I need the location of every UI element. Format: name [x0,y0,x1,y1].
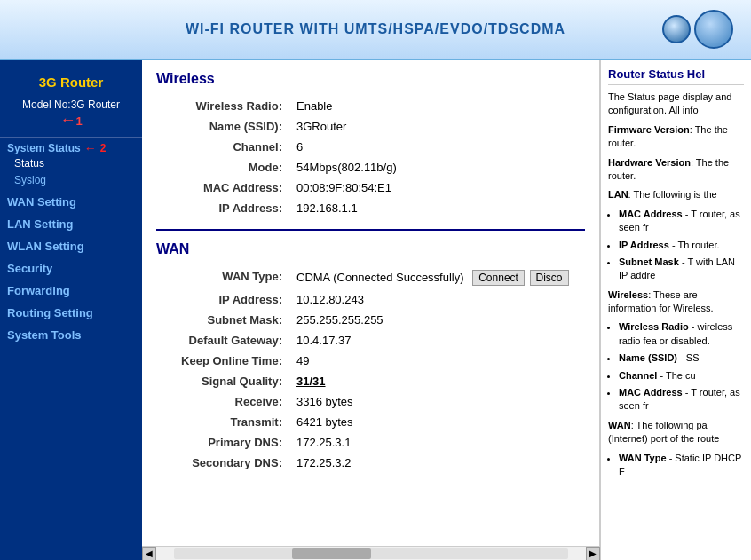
table-row: Receive: 3316 bytes [156,391,585,412]
scroll-right-button[interactable]: ▶ [586,547,600,561]
sidebar-item-wlan-setting[interactable]: WLAN Setting [0,235,142,257]
section-divider [156,229,585,231]
wan-section-title: WAN [156,241,585,257]
help-wan: WAN: The following pa (Internet) port of… [608,419,744,446]
wireless-ip-label: IP Address: [156,198,289,218]
help-panel: Router Status Hel The Status page displa… [600,60,751,560]
sidebar-item-wan-setting[interactable]: WAN Setting [0,191,142,213]
scroll-left-button[interactable]: ◀ [142,547,156,561]
help-wan-bold: WAN [608,420,631,430]
wan-subnet-label: Subnet Mask: [156,310,289,330]
sidebar-item-system-tools[interactable]: System Tools [0,324,142,346]
sidebar-system-status-header[interactable]: System Status ←2 [7,141,135,155]
scrollbar-thumb[interactable] [292,548,371,559]
top-header: WI-FI ROUTER WITH UMTS/HSPA/EVDO/TDSCDMA [0,0,751,60]
table-row: IP Address: 10.12.80.243 [156,289,585,310]
help-lan-bold: LAN [608,189,628,200]
table-row: MAC Address: 00:08:9F:80:54:E1 [156,177,585,198]
wan-transmit-value: 6421 bytes [289,412,585,432]
wan-ip-value: 10.12.80.243 [289,289,585,310]
sidebar: 3G Router Model No:3G Router ←1 System S… [0,60,142,560]
table-row: Keep Online Time: 49 [156,351,585,371]
wireless-ssid-value: 3GRouter [289,116,585,137]
help-hardware: Hardware Version: The the router. [608,156,744,184]
wan-type-cell: CDMA (Connected Successfully) Connect Di… [289,266,585,289]
wireless-table: Wireless Radio: Enable Name (SSID): 3GRo… [156,96,585,218]
wan-signal-value: 31/31 [289,371,585,391]
table-row: Subnet Mask: 255.255.255.255 [156,310,585,330]
sidebar-item-security[interactable]: Security [0,257,142,280]
sidebar-sub-status[interactable]: Status [7,155,135,172]
sidebar-system-status-section: System Status ←2 Status Syslog [0,138,142,191]
help-wireless-list: Wireless Radio - wireless radio fea or d… [608,320,744,413]
wireless-mac-label: MAC Address: [156,177,289,198]
help-firmware: Firmware Version: The the router. [608,123,744,151]
wan-sdns-label: Secondary DNS: [156,453,289,473]
wireless-channel-value: 6 [289,137,585,157]
header-title: WI-FI ROUTER WITH UMTS/HSPA/EVDO/TDSCDMA [186,21,565,37]
wireless-ip-value: 192.168.1.1 [289,198,585,218]
list-item: WAN Type - Static IP DHCP F [619,452,744,479]
wan-signal-label: Signal Quality: [156,371,289,391]
wireless-ssid-label: Name (SSID): [156,116,289,137]
table-row: Transmit: 6421 bytes [156,412,585,432]
sidebar-sub-syslog[interactable]: Syslog [7,172,135,189]
table-row: Secondary DNS: 172.25.3.2 [156,453,585,473]
wireless-channel-label: Channel: [156,137,289,157]
table-row: Primary DNS: 172.25.3.1 [156,432,585,453]
wan-gateway-value: 10.4.17.37 [289,330,585,351]
wireless-mode-label: Mode: [156,157,289,177]
wireless-radio-value: Enable [289,96,585,116]
sidebar-model: Model No:3G Router ←1 [0,97,142,138]
connect-button[interactable]: Connect [472,270,525,286]
table-row: Channel: 6 [156,137,585,157]
help-lan-list: MAC Address - T router, as seen fr IP Ad… [608,208,744,283]
help-hardware-bold: Hardware Version [608,157,691,168]
help-intro: The Status page display and configuratio… [608,91,744,118]
table-row: Wireless Radio: Enable [156,96,585,116]
logo-outer-circle [694,10,733,49]
scrollbar-track[interactable] [174,548,568,559]
help-wireless: Wireless: These are information for Wire… [608,288,744,316]
wan-keeponline-label: Keep Online Time: [156,351,289,371]
table-row: Default Gateway: 10.4.17.37 [156,330,585,351]
logo-area [662,10,733,49]
table-row: WAN Type: CDMA (Connected Successfully) … [156,266,585,289]
disconnect-button[interactable]: Disco [530,270,569,286]
wan-transmit-label: Transmit: [156,412,289,432]
table-row: Mode: 54Mbps(802.11b/g) [156,157,585,177]
help-wireless-bold: Wireless [608,289,648,300]
table-row: Signal Quality: 31/31 [156,371,585,391]
help-title: Router Status Hel [608,67,744,85]
wireless-mac-value: 00:08:9F:80:54:E1 [289,177,585,198]
wan-pdns-value: 172.25.3.1 [289,432,585,453]
help-firmware-bold: Firmware Version [608,124,690,135]
main-layout: 3G Router Model No:3G Router ←1 System S… [0,60,751,560]
wireless-section-title: Wireless [156,71,585,87]
list-item: Subnet Mask - T with LAN IP addre [619,256,744,283]
wan-type-label: WAN Type: [156,266,289,289]
wan-gateway-label: Default Gateway: [156,330,289,351]
horizontal-scrollbar[interactable]: ◀ ▶ [142,546,600,560]
wan-table: WAN Type: CDMA (Connected Successfully) … [156,266,585,473]
list-item: MAC Address - T router, as seen fr [619,208,744,235]
wan-pdns-label: Primary DNS: [156,432,289,453]
content-scroll[interactable]: Wireless Wireless Radio: Enable Name (SS… [142,60,600,546]
list-item: Channel - The cu [619,369,744,383]
wireless-mode-value: 54Mbps(802.11b/g) [289,157,585,177]
list-item: MAC Address - T router, as seen fr [619,386,744,414]
help-wan-list: WAN Type - Static IP DHCP F [608,452,744,479]
sidebar-item-routing-setting[interactable]: Routing Setting [0,302,142,324]
wan-sdns-value: 172.25.3.2 [289,453,585,473]
sidebar-item-lan-setting[interactable]: LAN Setting [0,213,142,235]
wan-receive-value: 3316 bytes [289,391,585,412]
list-item: Wireless Radio - wireless radio fea or d… [619,320,744,348]
table-row: Name (SSID): 3GRouter [156,116,585,137]
list-item: IP Address - Th router. [619,239,744,252]
list-item: Name (SSID) - SS [619,351,744,365]
logo-inner-circle [662,15,691,43]
help-lan: LAN: The following is the [608,188,744,201]
wan-ip-label: IP Address: [156,289,289,310]
table-row: IP Address: 192.168.1.1 [156,198,585,218]
sidebar-item-forwarding[interactable]: Forwarding [0,280,142,302]
